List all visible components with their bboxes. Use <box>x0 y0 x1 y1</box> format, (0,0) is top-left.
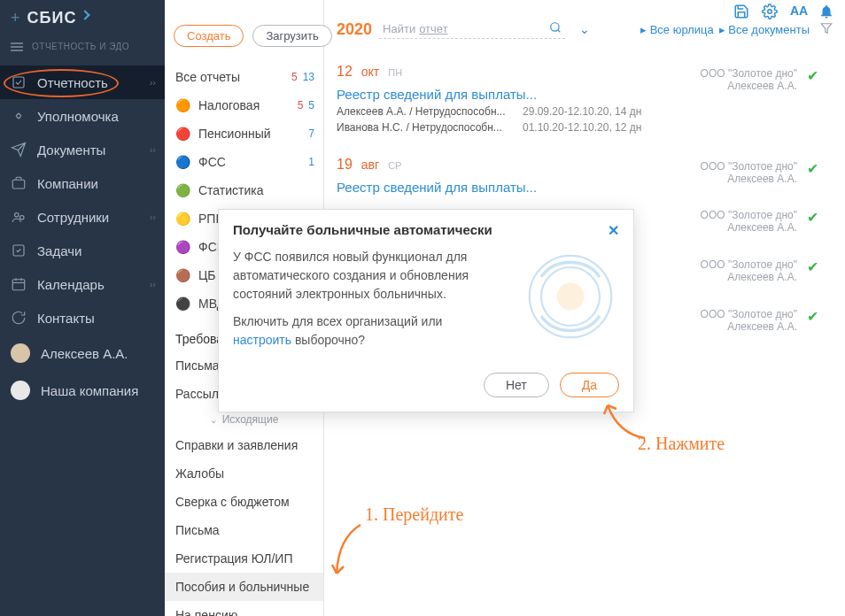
category-item[interactable]: 🟠Налоговая55 <box>165 91 323 119</box>
section-item[interactable]: Письма <box>165 516 323 544</box>
nav-item-4[interactable]: Сотрудники›› <box>0 200 165 234</box>
check-icon: ✔ <box>807 160 818 177</box>
svg-rect-1 <box>12 180 25 189</box>
chevron-right-icon: ›› <box>150 77 156 88</box>
seal-icon <box>522 248 619 345</box>
nav-label: Компании <box>37 176 98 191</box>
category-item[interactable]: 🔴Пенсионный7 <box>165 119 323 148</box>
nav-icon <box>11 142 27 158</box>
category-icon: 🟤 <box>175 268 190 282</box>
modal-title: Получайте больничные автоматически <box>233 222 492 239</box>
nav-item-6[interactable]: Календарь›› <box>0 267 165 301</box>
subtitle: ОТЧЕТНОСТЬ И ЭДО <box>32 42 129 51</box>
category-icon: 🟢 <box>175 183 190 197</box>
nav-item-7[interactable]: Контакты <box>0 301 165 335</box>
nav-label: Календарь <box>37 277 105 292</box>
category-icon: 🟡 <box>175 212 190 226</box>
doc-line: Алексеев А.А. / Нетрудоспособн...29.09.2… <box>337 104 833 119</box>
doc-line: Иванова Н.С. / Нетрудоспособн...01.10.20… <box>337 119 833 135</box>
svg-rect-5 <box>12 280 25 290</box>
logo-arrow-icon <box>81 10 90 19</box>
org-block: ООО "Золотое дно"Алексеев А.А. <box>701 209 797 234</box>
nav-item-0[interactable]: Отчетность›› <box>0 65 165 99</box>
modal-yes-button[interactable]: Да <box>560 373 619 397</box>
check-icon: ✔ <box>807 308 818 325</box>
svg-marker-12 <box>821 23 832 33</box>
category-item[interactable]: 🟢Статистика <box>165 176 323 204</box>
nav-label: Наша компания <box>41 383 138 398</box>
avatar-icon <box>11 343 30 363</box>
chevron-right-icon: ›› <box>150 212 156 222</box>
nav-item-8[interactable]: Алексеев А.А. <box>0 335 165 372</box>
svg-point-15 <box>557 283 585 311</box>
nav-icon <box>11 276 27 292</box>
org-block: ООО "Золотое дно"Алексеев А.А. <box>701 67 797 92</box>
svg-rect-0 <box>13 77 24 88</box>
plus-icon[interactable]: + <box>11 9 20 27</box>
hamburger-icon[interactable] <box>11 42 23 51</box>
save-icon[interactable] <box>733 4 749 19</box>
year-label[interactable]: 2020 <box>337 20 372 39</box>
check-icon: ✔ <box>807 67 818 84</box>
nav-icon <box>11 243 27 258</box>
category-icon: 🔵 <box>175 155 190 169</box>
sidebar: + СБИС ОТЧЕТНОСТЬ И ЭДО Отчетность››Упол… <box>0 0 165 616</box>
logo: СБИС <box>27 9 77 27</box>
section-item[interactable]: На пенсию <box>165 601 323 616</box>
org-block: ООО "Золотое дно"Алексеев А.А. <box>701 258 797 283</box>
nav-icon <box>11 108 27 124</box>
section-item[interactable]: Справки и заявления <box>165 431 323 459</box>
org-block: ООО "Золотое дно"Алексеев А.А. <box>701 160 797 185</box>
gear-icon[interactable] <box>762 4 778 19</box>
section-item[interactable]: Пособия и больничные <box>165 573 323 601</box>
section-item[interactable]: Регистрация ЮЛ/ИП <box>165 544 323 573</box>
bell-icon[interactable] <box>818 4 834 19</box>
nav-label: Уполномочка <box>37 109 119 124</box>
category-item[interactable]: 🔵ФСС1 <box>165 148 323 176</box>
dropdown-icon[interactable]: ⌄ <box>579 22 590 36</box>
svg-point-10 <box>551 23 559 31</box>
nav-icon <box>11 209 27 225</box>
modal-no-button[interactable]: Нет <box>484 373 549 397</box>
category-icon: 🟣 <box>175 240 190 254</box>
font-icon[interactable]: AA <box>790 4 806 19</box>
search-icon[interactable] <box>549 21 562 36</box>
nav-label: Задачи <box>37 243 81 258</box>
nav-label: Документы <box>37 142 105 158</box>
modal-link[interactable]: настроить <box>233 333 291 347</box>
nav-label: Сотрудники <box>37 210 109 225</box>
svg-point-2 <box>15 213 19 218</box>
filter-orgs[interactable]: ▸ Все юрлица <box>640 23 714 36</box>
modal-text-2: Включить для всех организаций или настро… <box>233 312 499 350</box>
category-item[interactable]: Все отчеты513 <box>165 63 323 91</box>
create-button[interactable]: Создать <box>174 25 244 47</box>
nav-item-5[interactable]: Задачи <box>0 234 165 267</box>
section-item[interactable]: Сверка с бюджетом <box>165 488 323 516</box>
category-label: Статистика <box>198 183 264 197</box>
doc-group[interactable]: 12октПНРеестр сведений для выплаты...Але… <box>337 51 833 144</box>
category-label: ФСС <box>198 155 226 169</box>
doc-group[interactable]: 19авгСРРеестр сведений для выплаты...ООО… <box>337 144 833 205</box>
nav-item-9[interactable]: Наша компания <box>0 372 165 409</box>
category-icon: 🟠 <box>175 98 190 112</box>
section-item[interactable]: Жалобы <box>165 459 323 488</box>
category-icon: ⚫ <box>175 296 190 311</box>
category-label: Налоговая <box>198 98 260 112</box>
funnel-icon[interactable] <box>820 22 833 37</box>
nav-icon <box>11 310 27 326</box>
category-label: Пенсионный <box>198 127 271 141</box>
filter-docs[interactable]: ▸ Все документы <box>719 23 810 36</box>
svg-point-9 <box>768 10 772 14</box>
nav-item-2[interactable]: Документы›› <box>0 133 165 166</box>
category-icon: 🔴 <box>175 127 190 141</box>
search-input[interactable]: Найти отчет <box>379 19 565 39</box>
close-icon[interactable]: ✕ <box>608 222 619 239</box>
nav-item-3[interactable]: Компании <box>0 166 165 200</box>
nav-label: Алексеев А.А. <box>41 346 128 361</box>
check-icon: ✔ <box>807 258 818 275</box>
modal-text-1: У ФСС появился новый функционал для авто… <box>233 248 499 304</box>
upload-button[interactable]: Загрузить <box>252 25 331 47</box>
nav-item-1[interactable]: Уполномочка <box>0 99 165 133</box>
nav-label: Отчетность <box>37 75 108 90</box>
chevron-right-icon: ›› <box>150 144 156 155</box>
